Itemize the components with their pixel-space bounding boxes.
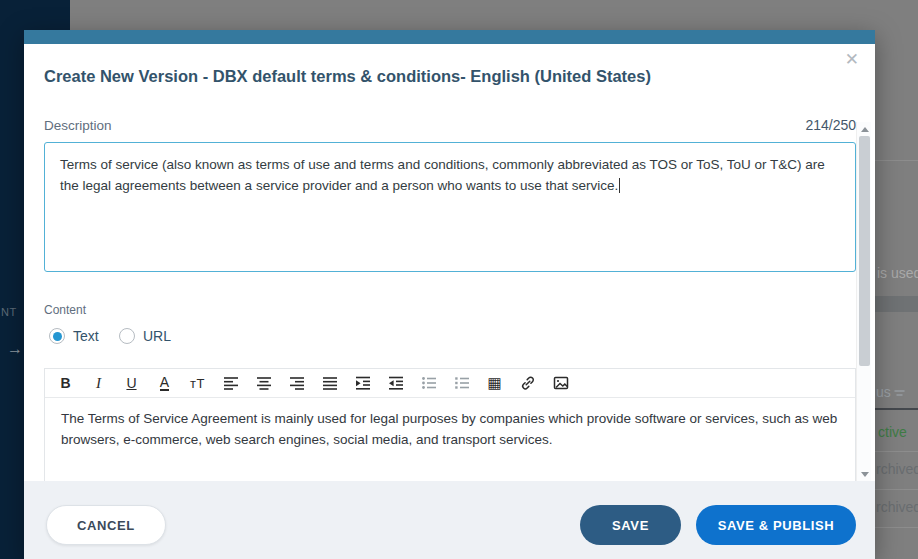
radio-label-url: URL bbox=[143, 328, 171, 344]
bg-header-underline bbox=[875, 408, 918, 410]
description-text: Terms of service (also known as terms of… bbox=[60, 157, 825, 193]
close-icon[interactable]: ✕ bbox=[845, 51, 859, 68]
create-new-version-dialog: ✕ Create New Version - DBX default terms… bbox=[24, 30, 875, 559]
scroll-down-icon[interactable] bbox=[857, 467, 872, 481]
align-right-icon[interactable] bbox=[280, 370, 313, 396]
dialog-footer: CANCEL SAVE SAVE & PUBLISH bbox=[24, 481, 875, 559]
outdent-icon[interactable] bbox=[379, 370, 412, 396]
bg-section-band bbox=[875, 296, 918, 312]
dialog-title: Create New Version - DBX default terms &… bbox=[44, 67, 651, 86]
insert-table-icon[interactable]: ▦ bbox=[478, 370, 511, 396]
bg-status-archived: rchived bbox=[876, 461, 918, 477]
sidebar-expand-arrow-icon[interactable]: → bbox=[7, 340, 23, 358]
align-justify-icon[interactable] bbox=[313, 370, 346, 396]
rich-text-editor: B I U A тT ▦ The Terms of Service Agreem… bbox=[44, 368, 856, 481]
content-label: Content bbox=[44, 303, 86, 317]
save-button[interactable]: SAVE bbox=[580, 505, 681, 545]
radio-unselected-icon[interactable] bbox=[119, 328, 135, 344]
sidebar-nav-label: NT bbox=[1, 306, 17, 318]
editor-content-area[interactable]: The Terms of Service Agreement is mainly… bbox=[45, 398, 855, 481]
bg-status-column-header: us bbox=[876, 384, 905, 401]
insert-image-icon[interactable] bbox=[544, 370, 577, 396]
bg-text-is-used: is used bbox=[877, 265, 918, 281]
font-size-icon[interactable]: тT bbox=[181, 370, 214, 396]
dialog-accent-bar bbox=[24, 30, 875, 44]
editor-toolbar: B I U A тT ▦ bbox=[45, 369, 855, 398]
description-label: Description bbox=[44, 118, 112, 133]
radio-label-text: Text bbox=[73, 328, 99, 344]
text-caret bbox=[619, 178, 620, 193]
bg-row-divider bbox=[875, 527, 918, 528]
underline-icon[interactable]: U bbox=[115, 370, 148, 396]
modal-scrollbar[interactable] bbox=[856, 122, 871, 481]
scroll-up-icon[interactable] bbox=[857, 122, 872, 136]
radio-option-url[interactable]: URL bbox=[119, 328, 171, 344]
bg-status-archived: rchived bbox=[876, 499, 918, 515]
align-left-icon[interactable] bbox=[214, 370, 247, 396]
radio-selected-icon[interactable] bbox=[49, 328, 65, 344]
save-publish-button[interactable]: SAVE & PUBLISH bbox=[696, 505, 856, 545]
scrollbar-thumb[interactable] bbox=[859, 136, 870, 366]
filter-icon bbox=[894, 385, 905, 401]
radio-option-text[interactable]: Text bbox=[49, 328, 99, 344]
insert-link-icon[interactable] bbox=[511, 370, 544, 396]
indent-icon[interactable] bbox=[346, 370, 379, 396]
editor-paragraph: The Terms of Service Agreement is mainly… bbox=[61, 409, 839, 451]
description-textarea[interactable]: Terms of service (also known as terms of… bbox=[44, 142, 856, 272]
text-color-icon[interactable]: A bbox=[148, 370, 181, 396]
bold-icon[interactable]: B bbox=[49, 370, 82, 396]
bullet-list-icon[interactable] bbox=[412, 370, 445, 396]
cancel-button[interactable]: CANCEL bbox=[46, 505, 166, 545]
bg-table-divider bbox=[875, 160, 918, 161]
ordered-list-icon[interactable] bbox=[445, 370, 478, 396]
bg-row-divider bbox=[875, 451, 918, 452]
align-center-icon[interactable] bbox=[247, 370, 280, 396]
bg-row-divider bbox=[875, 489, 918, 490]
bg-status-active: ctive bbox=[878, 424, 907, 440]
italic-icon[interactable]: I bbox=[82, 370, 115, 396]
char-counter: 214/250 bbox=[805, 117, 856, 133]
